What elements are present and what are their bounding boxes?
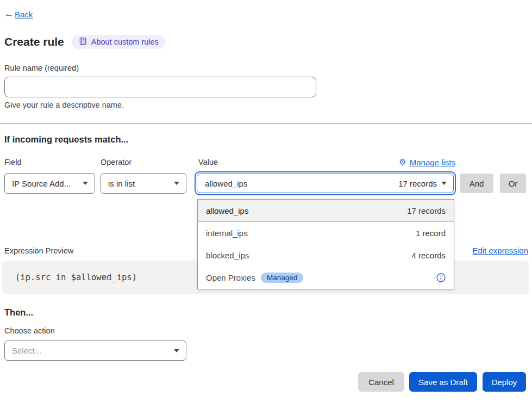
list-name: internal_ips [206, 228, 248, 238]
save-as-draft-button[interactable]: Save as Draft [409, 372, 477, 392]
rule-name-label: Rule name (required) [4, 64, 79, 72]
list-record-count: 4 records [411, 251, 446, 260]
expression-preview-label: Expression Preview [4, 246, 73, 255]
rule-name-input[interactable] [4, 77, 316, 97]
operator-select[interactable]: is in list [101, 173, 186, 194]
manage-lists-link[interactable]: ⚙ Manage lists [399, 157, 455, 167]
value-select-selected: allowed_ips [205, 179, 247, 188]
list-record-count: 17 records [407, 206, 446, 215]
field-select[interactable]: IP Source Add... [4, 173, 95, 194]
about-custom-rules-link[interactable]: About custom rules [72, 35, 166, 49]
page-title: Create rule [4, 35, 64, 48]
value-select[interactable]: allowed_ips 17 records [195, 171, 456, 195]
choose-action-label: Choose action [4, 326, 55, 335]
section-divider [0, 123, 532, 124]
back-link-label[interactable]: Back [15, 10, 33, 19]
managed-badge: Managed [261, 273, 303, 283]
gear-icon: ⚙ [399, 157, 406, 167]
value-select-meta: 17 records [398, 179, 437, 188]
deploy-button[interactable]: Deploy [483, 372, 526, 392]
operator-select-value: is in list [108, 179, 135, 188]
manage-lists-label[interactable]: Manage lists [410, 158, 455, 167]
list-item-open-proxies[interactable]: Open Proxies Managed [198, 267, 454, 289]
list-name: blocked_ips [206, 251, 249, 260]
action-select[interactable]: Select... [4, 341, 186, 361]
list-record-count: 1 record [416, 228, 446, 238]
cancel-button[interactable]: Cancel [358, 372, 404, 392]
back-arrow-icon: ← [4, 9, 14, 20]
rule-name-helper: Give your rule a descriptive name. [4, 101, 124, 109]
chevron-down-icon [83, 182, 88, 185]
info-icon[interactable] [436, 273, 446, 282]
back-link[interactable]: ← Back [4, 9, 33, 20]
then-heading: Then... [4, 307, 33, 318]
and-button[interactable]: And [460, 174, 493, 193]
about-custom-rules-label: About custom rules [91, 38, 159, 46]
create-rule-page: ← Back Create rule About custom rules Ru… [0, 0, 532, 402]
list-name: allowed_ips [206, 206, 248, 215]
operator-label: Operator [101, 158, 132, 166]
field-select-value: IP Source Add... [12, 179, 71, 188]
match-section-heading: If incoming requests match... [4, 134, 128, 145]
value-select-inner: allowed_ips 17 records [197, 174, 454, 193]
value-dropdown-menu: allowed_ips 17 records internal_ips 1 re… [197, 199, 454, 289]
list-item-internal-ips[interactable]: internal_ips 1 record [198, 222, 454, 244]
list-item-allowed-ips[interactable]: allowed_ips 17 records [198, 200, 454, 222]
field-label: Field [4, 158, 21, 166]
or-button[interactable]: Or [500, 174, 526, 193]
expression-code: (ip.src in $allowed_ips) [15, 273, 137, 282]
value-label: Value [198, 158, 218, 166]
edit-expression-link[interactable]: Edit expression [472, 246, 528, 255]
chevron-down-icon [441, 182, 447, 185]
title-row: Create rule About custom rules [4, 35, 166, 49]
chevron-down-icon [174, 349, 179, 352]
action-select-placeholder: Select... [12, 346, 41, 355]
list-name: Open Proxies [206, 273, 255, 282]
list-item-blocked-ips[interactable]: blocked_ips 4 records [198, 244, 454, 267]
book-icon [79, 37, 87, 47]
chevron-down-icon [174, 182, 179, 185]
